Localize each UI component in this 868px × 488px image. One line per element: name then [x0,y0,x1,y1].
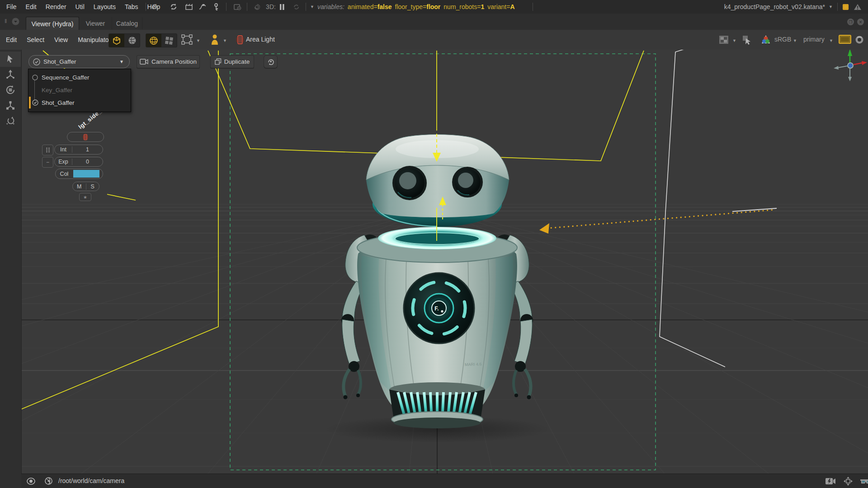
pan-view-icon[interactable] [843,476,853,486]
variable-token[interactable]: variant=A [487,3,514,10]
film-gear-icon[interactable] [231,0,243,14]
mode-3d-label: 3D: [264,0,278,14]
key-icon[interactable] [211,0,222,14]
snapping-cursor-icon[interactable] [742,35,753,46]
duplicate-button[interactable]: Duplicate [210,55,254,68]
collapse-minus-button[interactable]: − [42,157,53,168]
drag-dots-handle[interactable] [42,145,53,155]
manipulator-dock [0,50,22,488]
pause-icon[interactable] [278,0,287,14]
variables-bar[interactable]: ▼ variables: animated=false floor_type=f… [310,0,515,14]
menu-file[interactable]: File [2,0,21,14]
tab-viewer[interactable]: Viewer [83,17,108,29]
solo-button[interactable]: S [86,183,99,190]
project-filename[interactable]: k4_productPage_robot_v02.katana* [724,3,825,10]
mute-button[interactable]: M [73,183,86,190]
clapperboard-icon[interactable] [184,0,194,14]
warning-triangle-icon[interactable] [854,4,862,10]
color-management-icon[interactable] [760,34,771,45]
robot-emblem-letter: F. [434,305,439,312]
project-caret-icon[interactable]: ▼ [829,5,833,9]
close-pane-button[interactable]: ✕ [857,19,864,25]
tab-catalog[interactable]: Catalog [112,17,142,29]
menu-util[interactable]: Util [71,0,89,14]
exposure-label: Exp [55,159,72,165]
color-field[interactable]: Col [55,169,103,179]
wireframe-sphere-toggle[interactable] [146,34,161,47]
channel-caret-icon[interactable]: ▼ [829,38,833,43]
robot-chest-emblem: F. [404,273,474,343]
variable-token[interactable]: animated=false [348,3,392,10]
gaffer-option-sequence[interactable]: Sequence_Gaffer [28,71,131,84]
star-favorite-button[interactable]: ★ [79,193,91,201]
flash-render-icon[interactable] [825,478,836,485]
orbit-light-button[interactable] [264,55,278,68]
channel-select[interactable]: primary [803,36,825,43]
marquee-caret-icon[interactable]: ▼ [196,38,200,43]
color-swatch[interactable] [73,170,99,178]
menu-layouts[interactable]: Layouts [89,0,120,14]
camera-path-field[interactable]: /root/world/cam/camera [58,477,124,484]
viewer-menu-edit[interactable]: Edit [1,30,22,50]
pane-drag-handle[interactable]: ‖ [5,18,7,24]
variable-token[interactable]: num_robots=1 [443,3,484,10]
exposure-value[interactable]: 0 [72,159,103,165]
camera-position-button[interactable]: Camera Position [137,55,200,68]
gaffer-option-shot[interactable]: Shot_Gaffer [28,96,131,109]
monitor-button[interactable] [839,35,851,45]
viewer-menu-select[interactable]: Select [22,30,49,50]
colorspace-select[interactable]: sRGB [774,36,791,43]
refresh-circle-icon[interactable] [168,0,179,14]
scale-tool[interactable] [0,98,21,113]
robot-skirt [389,382,485,428]
gaffer-select-combo[interactable]: Shot_Gaffer ▼ [28,55,130,68]
camera-person-tool[interactable] [210,34,220,45]
radio-circle-icon [32,75,38,80]
area-light-icon [83,134,88,141]
environment-globe-toggle[interactable] [124,34,140,47]
select-tool[interactable] [0,52,21,67]
background-caret-icon[interactable]: ▼ [732,38,736,43]
float-pane-button[interactable]: ❐ [847,19,854,25]
gaffer-combo-caret: ▼ [119,59,124,64]
variable-token[interactable]: floor_type=floor [395,3,441,10]
viewer-menu-view[interactable]: View [49,30,73,50]
intensity-field[interactable]: Int 1 [54,145,103,155]
variable-value: A [510,3,514,10]
background-checker-button[interactable] [719,35,729,44]
spline-curve-icon[interactable] [197,0,208,14]
duplicate-label: Duplicate [224,58,250,65]
camera-caret-icon[interactable]: ▼ [223,38,227,43]
option-label: Key_Gaffer [42,87,72,94]
menubar-separator [533,3,533,11]
settings-gear-icon[interactable]: ⚙ [149,0,160,14]
robot-head [366,135,509,227]
exposure-field[interactable]: Exp 0 [54,157,103,167]
variables-caret-icon[interactable]: ▼ [310,5,314,9]
geometry-cube-toggle[interactable] [109,34,124,47]
menu-edit[interactable]: Edit [21,0,41,14]
marquee-select-tool[interactable] [181,34,193,45]
rotate-tool[interactable] [0,82,21,98]
pane-menu-button[interactable] [12,18,19,25]
eye-preview-icon[interactable] [854,35,864,44]
main-menubar: File Edit Render Util Layouts Tabs Help … [0,0,868,14]
menu-render[interactable]: Render [41,0,71,14]
tab-viewer-hydra[interactable]: Viewer (Hydra) [26,17,79,30]
menu-tabs[interactable]: Tabs [120,0,143,14]
colorspace-caret-icon[interactable]: ▼ [793,38,797,43]
orbit-rotate-around-tool[interactable] [0,113,21,128]
intensity-value[interactable]: 1 [72,146,103,153]
area-light-icon[interactable] [236,35,244,45]
look-through-eye-icon[interactable] [27,478,35,485]
variable-value: 1 [481,3,484,10]
viewport-3d[interactable]: MARI 4.6 [0,50,868,474]
stereo-glasses-icon[interactable] [859,477,868,485]
sync-icon[interactable] [291,0,301,14]
translate-tool[interactable] [0,67,21,82]
quad-view-toggle[interactable] [161,34,177,47]
gaffer-option-key[interactable]: Key_Gaffer [28,84,131,96]
light-type-pill[interactable] [67,132,104,142]
render-status-icon[interactable] [842,4,849,10]
camera-aperture-icon[interactable] [45,477,52,485]
